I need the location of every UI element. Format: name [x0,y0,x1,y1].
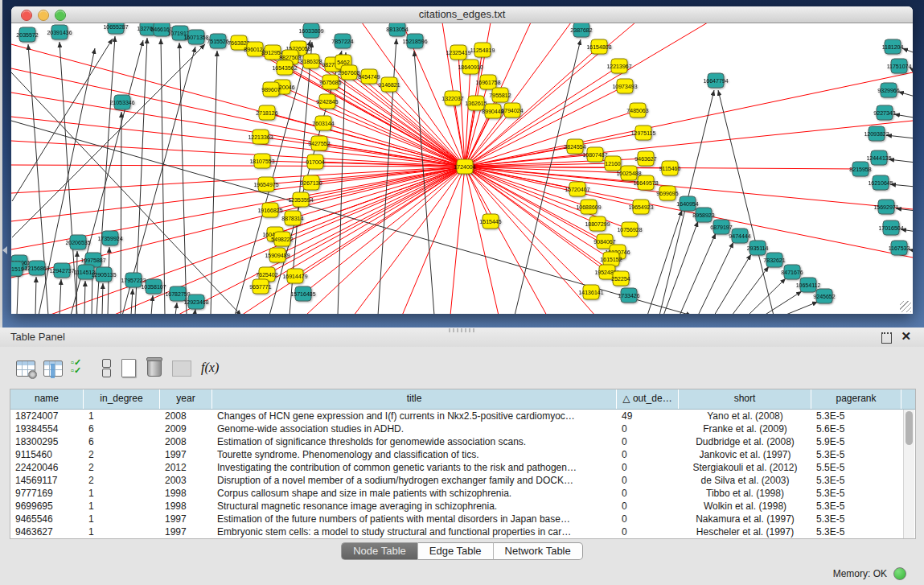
delete-table-button[interactable] [145,358,164,377]
cell-pagerank[interactable]: 5.3E-5 [811,487,901,500]
cell-title[interactable]: Estimation of significance thresholds fo… [212,435,617,448]
graph-node[interactable]: 9657771 [249,279,271,294]
graph-node[interactable]: 8878314 [281,211,303,225]
graph-node[interactable]: 1181204 [882,39,904,54]
graph-node[interactable]: 9242845 [316,94,338,109]
cell-in_degree[interactable]: 2 [84,448,160,461]
cell-short[interactable]: Stergiakouli et al. (2012) [679,461,811,474]
table-row[interactable]: 969969511998Structural magnetic resonanc… [10,500,915,513]
graph-node[interactable]: 16033809 [298,23,323,38]
graph-node[interactable]: 8215958 [849,162,871,176]
graph-node[interactable]: 12213967 [606,59,631,73]
graph-node[interactable]: 8958923 [692,208,714,222]
graph-node[interactable]: 252254 [611,271,630,286]
cell-out_de[interactable]: 0 [617,435,679,448]
graph-node[interactable]: 917004 [306,154,324,169]
cell-name[interactable]: 18724007 [10,410,84,422]
graph-node[interactable]: 7515526 [207,34,228,48]
graph-node[interactable]: 7857224 [331,34,353,48]
cell-short[interactable]: de Silva et al. (2003) [679,474,811,487]
cell-short[interactable]: Tibbo et al. (1998) [679,487,811,500]
graph-node[interactable]: 11254819 [470,43,495,57]
cell-year[interactable]: 2009 [160,422,212,435]
cell-year[interactable]: 2008 [160,435,212,448]
cell-pagerank[interactable]: 5.3E-5 [811,410,901,422]
graph-node[interactable]: 12975115 [631,126,656,140]
column-select-button[interactable] [43,358,63,377]
tab-edge-table[interactable]: Edge Table [418,542,494,560]
cell-title[interactable]: Genome-wide association studies in ADHD. [212,422,617,435]
cell-in_degree[interactable]: 1 [84,525,160,538]
cell-year[interactable]: 1997 [160,513,212,525]
cell-in_degree[interactable]: 2 [84,474,160,487]
cell-short[interactable]: Nakamura et al. (1997) [679,513,811,525]
graph-node[interactable]: 12923468 [183,295,208,309]
table-row[interactable]: 1872400712008Changes of HCN gene express… [10,410,915,422]
graph-node[interactable]: 15909489 [265,248,290,262]
graph-node[interactable]: 9329966 [877,83,899,97]
row-height-button[interactable] [97,358,116,377]
table-row[interactable]: 946362711997Embryonic stem cells: a mode… [10,525,915,538]
graph-node[interactable]: 15692971 [873,200,898,214]
cell-in_degree[interactable]: 1 [84,487,160,500]
graph-node[interactable]: 989607 [261,82,280,97]
graph-node[interactable]: 20391436 [47,25,72,39]
cell-out_de[interactable]: 0 [617,525,679,538]
cell-name[interactable]: 9463627 [10,525,84,538]
column-header-title[interactable]: title [212,389,617,409]
cell-title[interactable]: Investigating the contribution of common… [212,461,617,474]
graph-node[interactable]: 17016504 [878,220,903,235]
cell-in_degree[interactable]: 1 [84,410,160,422]
cell-year[interactable]: 2012 [160,461,212,474]
graph-node[interactable]: 12444135 [866,150,891,165]
cell-out_de[interactable]: 0 [617,487,679,500]
graph-node[interactable]: 8454749 [358,69,380,84]
graph-node[interactable]: 18807299 [585,216,610,231]
divider-grip-icon[interactable] [449,328,476,332]
table-row[interactable]: 977716911998Corpus callosum shape and si… [10,487,915,500]
cell-year[interactable]: 1997 [160,448,212,461]
cell-name[interactable]: 9465546 [10,513,84,525]
graph-node[interactable]: 931519 [11,262,24,276]
cell-short[interactable]: Franke et al. (2009) [679,422,811,435]
graph-node[interactable]: 1322037 [441,91,463,105]
graph-node[interactable]: 9474444 [729,229,750,243]
cell-name[interactable]: 19384554 [10,422,84,435]
cell-out_de[interactable]: 0 [617,474,679,487]
cell-year[interactable]: 1998 [160,487,212,500]
table-row[interactable]: 1456911722003Disruption of a novel membe… [10,474,915,487]
cell-name[interactable]: 14569117 [10,474,84,487]
pane-collapse-arrow-icon[interactable] [2,246,7,254]
graph-node[interactable]: 2935114 [747,241,769,255]
citation-network-graph[interactable]: 1724004766382289601248912954152260589827… [11,23,913,314]
graph-node[interactable]: 10973493 [612,79,637,93]
graph-node[interactable]: 2718126 [256,105,277,120]
cell-out_de[interactable]: 0 [617,448,679,461]
graph-node[interactable]: 10688609 [576,200,601,214]
graph-node[interactable]: 10756928 [617,222,642,237]
table-row[interactable]: 2242004622012Investigating the contribut… [10,461,915,474]
graph-node[interactable]: 8186328 [300,54,322,68]
cell-out_de[interactable]: 49 [617,410,679,422]
cell-out_de[interactable]: 0 [617,461,679,474]
cell-in_degree[interactable]: 1 [84,513,160,525]
cell-name[interactable]: 22420046 [10,461,84,474]
cell-pagerank[interactable]: 5.3E-5 [811,525,901,538]
cell-pagerank[interactable]: 5.5E-5 [811,461,901,474]
graph-node[interactable]: 1615152 [600,252,622,266]
cell-title[interactable]: Embryonic stem cells: a model to study s… [212,525,617,538]
graph-node[interactable]: 12093822 [864,126,889,141]
cell-in_degree[interactable]: 6 [84,422,160,435]
graph-node[interactable]: 16210645 [868,175,893,190]
graph-node[interactable]: 11751074 [887,59,912,73]
table-row[interactable]: 1830029562008Estimation of significance … [10,435,915,448]
cell-year[interactable]: 1997 [160,525,212,538]
cell-in_degree[interactable]: 2 [84,461,160,474]
cell-year[interactable]: 2003 [160,474,212,487]
graph-node[interactable]: 1167533 [889,241,910,255]
table-scrollbar[interactable] [903,410,914,538]
graph-node[interactable]: 9267130 [300,175,322,190]
column-header-year[interactable]: year [160,389,212,409]
cell-name[interactable]: 9115460 [10,448,84,461]
cell-out_de[interactable]: 0 [617,422,679,435]
